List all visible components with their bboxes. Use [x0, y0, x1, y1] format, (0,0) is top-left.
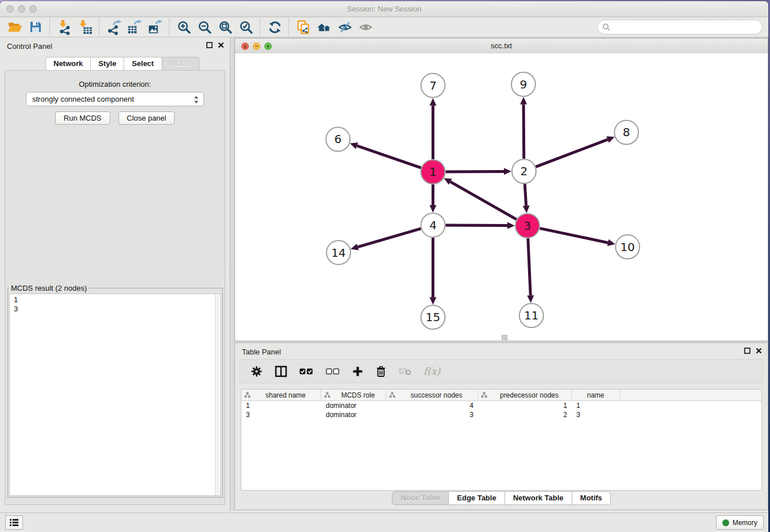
table-tab-network-table[interactable]: Network Table: [505, 491, 572, 505]
table-cell[interactable]: dominator: [321, 410, 386, 419]
control-panel-title: Control Panel: [7, 42, 52, 51]
close-panel-icon[interactable]: [218, 42, 224, 48]
delete-table-icon[interactable]: [375, 365, 387, 377]
close-panel-button[interactable]: Close panel: [118, 111, 175, 125]
optimization-criterion-select[interactable]: strongly connected component: [26, 92, 204, 106]
float-table-panel-icon[interactable]: [744, 348, 750, 354]
hide-graphics-details-icon[interactable]: [334, 18, 355, 36]
result-scrollbar[interactable]: [215, 294, 221, 495]
graph-edge-2-8[interactable]: [536, 140, 607, 167]
control-tab-select[interactable]: Select: [124, 57, 161, 71]
column-header-shared-name[interactable]: shared name: [241, 390, 321, 400]
network-view-title: scc.txt: [235, 41, 768, 50]
import-table-icon[interactable]: [75, 18, 95, 36]
mcds-panel: Optimization criterion: strongly connect…: [5, 70, 225, 505]
zoom-out-icon[interactable]: [194, 18, 215, 36]
attribute-type-icon: [324, 392, 330, 398]
graph-node-label-15: 15: [426, 311, 440, 324]
deselect-all-checks-icon[interactable]: [326, 367, 340, 376]
float-panel-icon[interactable]: [206, 42, 213, 48]
open-session-icon[interactable]: [5, 18, 25, 36]
control-tab-mcds[interactable]: MCDS: [162, 57, 199, 71]
table-row[interactable]: 3dominator323: [241, 410, 761, 419]
graph-edge-4-14[interactable]: [358, 229, 421, 247]
graph-edge-1-2[interactable]: [445, 171, 504, 172]
table-cell[interactable]: 1: [241, 401, 321, 410]
table-tab-edge-table[interactable]: Edge Table: [449, 491, 505, 505]
graph-edge-3-1[interactable]: [451, 182, 517, 219]
column-header-MCDS-role[interactable]: MCDS role: [321, 390, 386, 400]
graph-node-label-11: 11: [524, 309, 538, 322]
node-table[interactable]: shared nameMCDS rolesuccessor nodesprede…: [241, 389, 762, 491]
show-graphics-details-icon[interactable]: [355, 18, 376, 36]
search-input[interactable]: [611, 21, 762, 33]
table-cell[interactable]: 2: [478, 410, 572, 419]
search-box[interactable]: [597, 20, 763, 34]
control-panel-tabs: NetworkStyleSelectMCDS: [45, 57, 199, 71]
zoom-in-icon[interactable]: [174, 18, 194, 36]
network-canvas-svg: 7968124314101511: [235, 53, 768, 341]
network-canvas[interactable]: 7968124314101511: [235, 53, 768, 341]
run-mcds-button[interactable]: Run MCDS: [55, 111, 110, 125]
graph-node-label-8: 8: [623, 126, 630, 139]
graph-edge-3-10[interactable]: [540, 228, 608, 242]
table-cell[interactable]: 3: [241, 410, 321, 419]
export-network-icon[interactable]: [103, 18, 124, 36]
split-columns-icon[interactable]: [275, 365, 287, 377]
toolbar-divider: [99, 18, 100, 36]
table-cell[interactable]: 3: [572, 410, 620, 419]
import-network-icon[interactable]: [54, 18, 75, 36]
table-tab-node-table[interactable]: Node Table: [392, 491, 449, 505]
attribute-type-icon: [244, 392, 251, 398]
graph-node-label-7: 7: [429, 79, 437, 92]
edge-layer: [357, 105, 608, 298]
task-history-button[interactable]: [5, 515, 23, 530]
table-cell[interactable]: 1: [478, 401, 572, 410]
save-session-icon[interactable]: [25, 18, 46, 36]
graph-node-label-3: 3: [523, 219, 531, 233]
apply-layout-icon[interactable]: [264, 18, 285, 36]
splitter-handle[interactable]: [502, 335, 507, 340]
graph-node-label-9: 9: [520, 78, 528, 91]
optimization-criterion-value: strongly connected component: [32, 95, 134, 103]
delete-column-icon[interactable]: [399, 367, 411, 376]
mcds-result-text[interactable]: 1 3: [9, 294, 221, 496]
graph-node-label-1: 1: [429, 165, 437, 179]
graph-edge-3-11[interactable]: [528, 238, 530, 296]
table-cell[interactable]: dominator: [321, 401, 386, 410]
attribute-type-icon: [481, 392, 487, 398]
column-header-predecessor-nodes[interactable]: predecessor nodes: [478, 390, 572, 400]
duplicate-network-icon[interactable]: [293, 18, 314, 36]
column-settings-gear-icon[interactable]: [251, 365, 263, 377]
graph-edge-2-9[interactable]: [523, 105, 524, 159]
column-header-name[interactable]: name: [572, 390, 620, 400]
add-column-icon[interactable]: [352, 366, 363, 377]
zoom-fit-icon[interactable]: [215, 18, 236, 36]
table-tab-motifs[interactable]: Motifs: [572, 491, 611, 505]
control-tab-style[interactable]: Style: [91, 57, 124, 71]
table-cell[interactable]: 3: [386, 410, 478, 419]
zoom-selected-icon[interactable]: [236, 18, 256, 36]
export-image-icon[interactable]: [145, 18, 165, 36]
toolbar-divider: [169, 18, 170, 36]
mcds-result-title: MCDS result (2 nodes): [9, 284, 88, 292]
attribute-type-icon: [389, 392, 395, 398]
control-tab-network[interactable]: Network: [45, 57, 91, 71]
graph-edge-4-3[interactable]: [445, 225, 507, 226]
table-cell[interactable]: 4: [386, 401, 478, 410]
show-all-networks-icon[interactable]: [314, 18, 334, 36]
table-row[interactable]: 1dominator411: [241, 401, 761, 410]
memory-button[interactable]: Memory: [716, 515, 764, 530]
export-table-icon[interactable]: [124, 18, 145, 36]
graph-edge-2-3[interactable]: [525, 184, 526, 206]
mcds-result-lines: 1 3: [14, 295, 221, 314]
table-toolbar: f(x): [240, 359, 763, 383]
table-cell[interactable]: 1: [572, 401, 620, 410]
search-icon: [602, 23, 611, 32]
table-panel: Table Panel f(x) shared nameMCDS rolesuc…: [234, 342, 768, 510]
select-all-checks-icon[interactable]: [299, 367, 314, 376]
close-table-panel-icon[interactable]: [756, 348, 762, 354]
graph-edge-1-6[interactable]: [357, 146, 421, 168]
mcds-result-fieldset: MCDS result (2 nodes) 1 3: [7, 284, 223, 498]
column-header-successor-nodes[interactable]: successor nodes: [386, 390, 478, 400]
